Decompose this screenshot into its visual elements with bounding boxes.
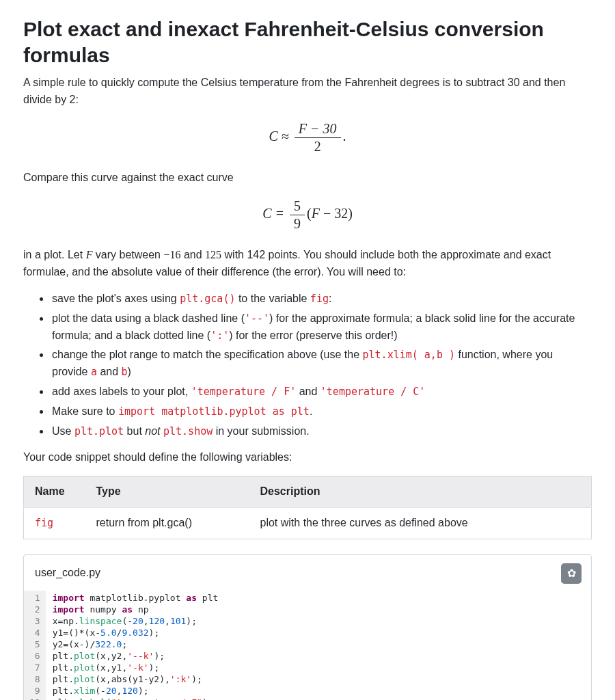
list-item: Use plt.plot but not plt.show in your su… xyxy=(51,423,592,440)
code-token: a xyxy=(91,366,97,378)
table-row: fig return from plt.gca() plot with the … xyxy=(24,507,592,539)
code-token: import matplotlib.pyplot as plt xyxy=(118,405,310,418)
code-token: 'temperature / C' xyxy=(320,386,426,398)
code-token: 'temperature / F' xyxy=(191,386,297,398)
list-item: Make sure to import matplotlib.pyplot as… xyxy=(51,403,592,420)
variables-prompt: Your code snippet should define the foll… xyxy=(23,449,592,466)
line-number-gutter: 1 2 3 4 5 6 7 8 9 10 11 12 xyxy=(24,591,46,700)
list-item: change the plot range to match the speci… xyxy=(51,347,592,381)
code-token: plt.gca() xyxy=(180,293,235,305)
col-name: Name xyxy=(24,476,85,508)
var-desc: plot with the three curves as defined ab… xyxy=(249,507,592,539)
code-token: fig xyxy=(310,293,329,305)
equation-approx: C ≈ F − 30 2 . xyxy=(23,121,592,154)
list-item: add axes labels to your plot, 'temperatu… xyxy=(51,383,592,401)
range-paragraph: in a plot. Let F vary between −16 and 12… xyxy=(23,247,592,281)
code-panel: user_code.py ✿ 1 2 3 4 5 6 7 8 9 10 11 1… xyxy=(23,554,592,700)
var-type: return from plt.gca() xyxy=(85,507,249,539)
code-token: b xyxy=(122,366,128,378)
variables-table: Name Type Description fig return from pl… xyxy=(23,476,592,539)
list-item: plot the data using a black dashed line … xyxy=(51,310,592,345)
code-token: ':' xyxy=(210,329,229,342)
code-token: plt.xlim( a,b ) xyxy=(363,349,455,361)
code-body[interactable]: import matplotlib.pyplot as plt import n… xyxy=(46,591,591,700)
col-type: Type xyxy=(85,476,249,508)
var-name: fig xyxy=(35,517,53,529)
intro-paragraph: A simple rule to quickly compute the Cel… xyxy=(23,75,592,109)
instruction-list: save the plot's axes using plt.gca() to … xyxy=(23,291,592,440)
code-token: '--' xyxy=(245,312,269,325)
list-item: save the plot's axes using plt.gca() to … xyxy=(51,291,592,308)
settings-button[interactable]: ✿ xyxy=(561,563,582,584)
page-title: Plot exact and inexact Fahrenheit-Celsiu… xyxy=(23,16,592,68)
compare-paragraph: Compare this curve against the exact cur… xyxy=(23,170,592,187)
equation-exact: C = 5 9 (F − 32) xyxy=(23,198,592,232)
code-token: plt.show xyxy=(163,425,213,438)
col-description: Description xyxy=(249,476,592,508)
gear-icon: ✿ xyxy=(567,567,576,580)
code-editor[interactable]: 1 2 3 4 5 6 7 8 9 10 11 12 import matplo… xyxy=(24,591,591,700)
code-token: plt.plot xyxy=(74,425,124,438)
code-filename: user_code.py xyxy=(35,565,100,582)
